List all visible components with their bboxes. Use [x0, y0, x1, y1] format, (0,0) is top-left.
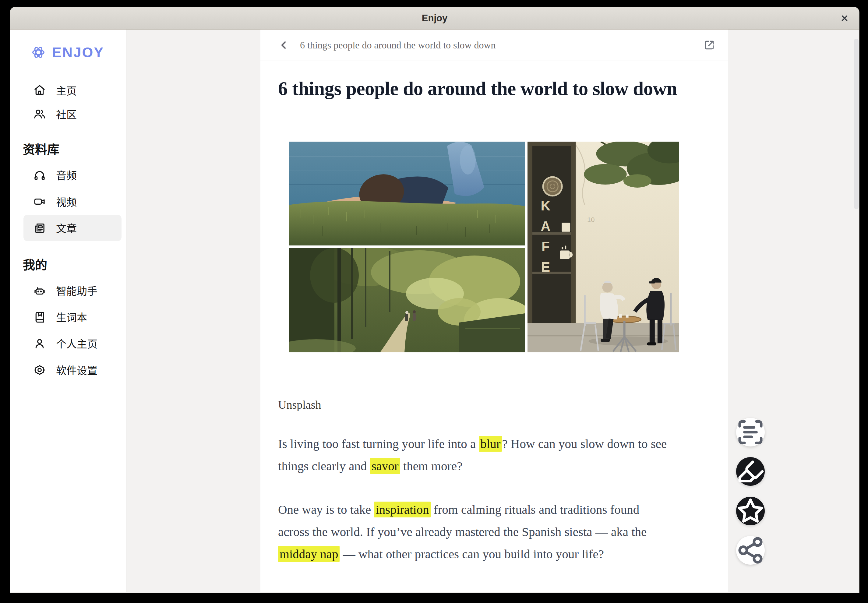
highlighted-word[interactable]: inspiration: [374, 502, 430, 517]
video-icon: [34, 195, 46, 208]
sidebar-item-label: 社区: [56, 107, 77, 122]
newspaper-icon: [34, 222, 46, 234]
back-button[interactable]: [277, 39, 289, 51]
sidebar-item-articles[interactable]: 文章: [23, 215, 122, 241]
text-run: Is living too fast turning your life int…: [278, 437, 479, 451]
sidebar-item-audio[interactable]: 音频: [23, 162, 122, 188]
sidebar-item-label: 音频: [56, 167, 77, 182]
photo-two-men-talking-outside-kafe: KAFE 10: [528, 142, 679, 353]
scan-text-icon: [736, 418, 765, 447]
sidebar-item-label: 个人主页: [56, 336, 97, 351]
sidebar-item-video[interactable]: 视频: [23, 188, 122, 215]
highlight-button[interactable]: [736, 457, 765, 486]
bot-icon: [34, 284, 46, 297]
text-run: them more?: [400, 459, 463, 473]
star-icon: [736, 497, 765, 525]
sidebar-item-home[interactable]: 主页: [23, 78, 122, 102]
app-logo-text: ENJOY: [52, 44, 104, 60]
sidebar-nav: 主页 社区 资料库 音频: [10, 78, 126, 383]
photo-forest-path-with-walkers: [289, 248, 525, 353]
highlighter-icon: [736, 457, 765, 486]
breadcrumb: 6 things people do around the world to s…: [300, 40, 704, 51]
paragraph: Is living too fast turning your life int…: [278, 433, 671, 477]
sidebar-item-community[interactable]: 社区: [23, 102, 122, 126]
highlighted-word[interactable]: blur: [479, 436, 502, 451]
share-icon: [736, 536, 765, 564]
text-run: — what other practices can you build int…: [340, 547, 604, 561]
article-content: 6 things people do around the world to s…: [260, 61, 728, 565]
users-icon: [34, 108, 46, 120]
external-link-icon: [704, 39, 715, 51]
text-run: One way is to take: [278, 502, 374, 516]
close-icon: [840, 14, 849, 23]
photo-collage: KAFE 10: [289, 142, 679, 353]
wall-number: 10: [587, 216, 594, 224]
article-panel-header: 6 things people do around the world to s…: [260, 29, 728, 61]
sidebar-item-settings[interactable]: 软件设置: [23, 357, 122, 383]
photo-man-relaxing-on-grass-by-lake: [289, 142, 525, 246]
favorite-button[interactable]: [736, 497, 765, 525]
sidebar-section-library: 资料库: [23, 140, 126, 158]
sidebar-item-label: 文章: [56, 221, 77, 235]
gear-icon: [34, 364, 46, 376]
highlighted-word[interactable]: savor: [370, 458, 400, 474]
image-caption: Unsplash: [278, 398, 728, 411]
user-icon: [34, 337, 46, 349]
app-logo: ENJOY: [29, 42, 126, 62]
scan-text-button[interactable]: [736, 418, 765, 447]
sidebar-item-label: 主页: [56, 83, 77, 98]
headphones-icon: [34, 169, 46, 181]
screen: Enjoy ENJOY: [0, 0, 868, 603]
sidebar-item-profile[interactable]: 个人主页: [23, 330, 122, 357]
notebook-icon: [34, 311, 46, 323]
sidebar-item-label: 智能助手: [56, 283, 97, 298]
sidebar-item-label: 软件设置: [56, 362, 97, 377]
close-button[interactable]: [838, 12, 851, 25]
highlighted-word[interactable]: midday nap: [278, 546, 340, 562]
sidebar: ENJOY 主页 社区 资料库: [10, 29, 126, 592]
sidebar-item-assistant[interactable]: 智能助手: [23, 277, 122, 304]
sidebar-group-library: 音频 视频 文章: [10, 162, 126, 241]
open-external-button[interactable]: [704, 39, 715, 51]
enjoy-logo-icon: [29, 43, 47, 61]
article-panel: 6 things people do around the world to s…: [260, 29, 728, 592]
paragraph: One way is to take inspiration from calm…: [278, 499, 671, 565]
app-window: Enjoy ENJOY: [10, 7, 859, 593]
share-button[interactable]: [736, 536, 765, 564]
window-title: Enjoy: [422, 13, 447, 24]
sidebar-section-mine: 我的: [23, 255, 126, 273]
sidebar-item-vocabulary[interactable]: 生词本: [23, 304, 122, 330]
titlebar: Enjoy: [10, 7, 859, 29]
chevron-left-icon: [277, 39, 289, 51]
sidebar-item-label: 生词本: [56, 309, 87, 324]
article-title: 6 things people do around the world to s…: [278, 76, 680, 101]
sidebar-group-mine: 智能助手 生词本 个人主页: [10, 277, 126, 383]
sidebar-item-label: 视频: [56, 194, 77, 209]
scrollbar-thumb[interactable]: [854, 39, 859, 209]
home-icon: [34, 84, 46, 96]
kafe-sign-text: KAFE: [538, 198, 553, 280]
